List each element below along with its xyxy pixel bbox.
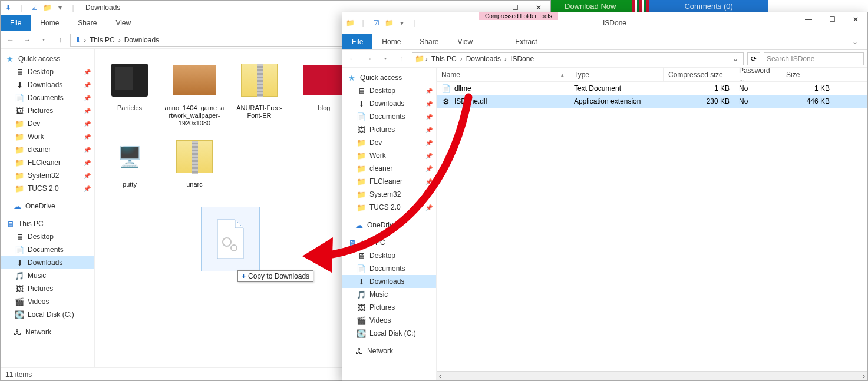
comments-banner[interactable]: Comments (0)	[649, 0, 768, 12]
nav-recent-icon[interactable]: ▾	[379, 52, 392, 65]
breadcrumb[interactable]: 📁 › This PC › Downloads › ISDone ⌄	[412, 52, 744, 65]
file-item[interactable]: anno_1404_game_artwork_wallpaper-1920x10…	[162, 57, 227, 129]
crumb-isdone[interactable]: ISDone	[508, 55, 536, 63]
tab-share[interactable]: Share	[68, 15, 106, 31]
column-headers[interactable]: Name▴ Type Compressed size Password ... …	[437, 68, 867, 82]
nav-up-icon[interactable]: ↑	[54, 34, 67, 47]
this-pc-header[interactable]: 🖥This PC	[1, 217, 94, 230]
chevron-right-icon[interactable]: ›	[117, 36, 122, 44]
tab-extract[interactable]: Extract	[506, 34, 546, 49]
crumb-this-pc[interactable]: This PC	[429, 55, 459, 63]
col-compressed-size[interactable]: Compressed size	[664, 68, 734, 81]
tab-share[interactable]: Share	[410, 34, 448, 49]
sidebar-item-flcleaner[interactable]: 📁FLCleaner📌	[1, 156, 94, 169]
sidebar-item-downloads[interactable]: ⬇Downloads	[342, 275, 436, 288]
addr-dropdown-icon[interactable]: ⌄	[730, 55, 741, 63]
nav-back-icon[interactable]: ←	[346, 52, 359, 65]
titlebar[interactable]: 📁 | ☑ 📁 ▾ | Compressed Folder Tools ISDo…	[342, 12, 867, 34]
sidebar-item-pictures[interactable]: 🖼Pictures📌	[1, 104, 94, 117]
sidebar-item-documents[interactable]: 📄Documents📌	[342, 110, 436, 123]
onedrive-header[interactable]: ☁OneDrive	[342, 218, 436, 231]
qat-dropdown-icon[interactable]: ▾	[55, 2, 65, 13]
quick-access-header[interactable]: ★Quick access	[342, 71, 436, 84]
sidebar-item-pictures[interactable]: 🖼Pictures	[342, 301, 436, 314]
refresh-button[interactable]: ⟳	[747, 52, 760, 65]
sidebar-item-cleaner[interactable]: 📁cleaner📌	[1, 143, 94, 156]
sidebar-item-desktop[interactable]: 🖥Desktop	[342, 249, 436, 262]
file-item[interactable]: unarc	[162, 134, 227, 190]
col-password[interactable]: Password ...	[734, 68, 781, 81]
col-name[interactable]: Name▴	[437, 68, 569, 81]
sidebar-item-tucs-2-0[interactable]: 📁TUCS 2.0📌	[342, 201, 436, 214]
table-row[interactable]: 📄dllmeText Document1 KBNo1 KB	[437, 82, 867, 95]
sidebar-item-documents[interactable]: 📄Documents📌	[1, 91, 94, 104]
qat-dropdown-icon[interactable]: ▾	[397, 18, 407, 28]
folder-icon[interactable]: 📁	[42, 2, 52, 13]
sidebar-item-pictures[interactable]: 🖼Pictures	[1, 282, 94, 295]
tab-view[interactable]: View	[448, 34, 482, 49]
sidebar-item-desktop[interactable]: 🖥Desktop📌	[342, 84, 436, 97]
sidebar-item-pictures[interactable]: 🖼Pictures📌	[342, 123, 436, 136]
sidebar-item-desktop[interactable]: 🖥Desktop	[1, 230, 94, 243]
tab-file[interactable]: File	[342, 34, 372, 49]
arrow-down-icon[interactable]: ⬇	[3, 2, 14, 13]
onedrive-header[interactable]: ☁OneDrive	[1, 200, 94, 213]
crumb-downloads[interactable]: Downloads	[122, 36, 161, 44]
sidebar-item-videos[interactable]: 🎬Videos	[342, 314, 436, 327]
file-list[interactable]: Name▴ Type Compressed size Password ... …	[437, 68, 867, 380]
file-item[interactable]: 🖥️putty	[97, 134, 162, 190]
zip-folder-icon[interactable]: 📁	[345, 18, 355, 28]
download-now-banner[interactable]: Download Now	[548, 0, 632, 12]
checkbox-icon[interactable]: ☑	[371, 18, 381, 28]
hscroll-right-icon[interactable]: ›	[860, 372, 867, 380]
sidebar-item-documents[interactable]: 📄Documents	[1, 243, 94, 256]
col-type[interactable]: Type	[569, 68, 664, 81]
sidebar-item-system32[interactable]: 📁System32📌	[1, 169, 94, 182]
crumb-this-pc[interactable]: This PC	[87, 36, 117, 44]
this-pc-header[interactable]: 🖥This PC	[342, 236, 436, 249]
sidebar-item-music[interactable]: 🎵Music	[1, 269, 94, 282]
quick-access-header[interactable]: ★Quick access	[1, 52, 94, 65]
sidebar-item-local-disk-c-[interactable]: 💽Local Disk (C:)	[1, 308, 94, 321]
sidebar-item-music[interactable]: 🎵Music	[342, 288, 436, 301]
hscroll-left-icon[interactable]: ‹	[437, 372, 444, 380]
sidebar-item-system32[interactable]: 📁System32📌	[342, 188, 436, 201]
tab-home[interactable]: Home	[372, 34, 410, 49]
network-header[interactable]: 🖧Network	[342, 344, 436, 357]
nav-up-icon[interactable]: ↑	[395, 52, 408, 65]
nav-back-icon[interactable]: ←	[4, 34, 17, 47]
sidebar-item-downloads[interactable]: ⬇Downloads📌	[1, 78, 94, 91]
ribbon-expand-icon[interactable]: ⌄	[843, 34, 867, 49]
sidebar-item-downloads[interactable]: ⬇Downloads	[1, 256, 94, 269]
sidebar-item-documents[interactable]: 📄Documents	[342, 262, 436, 275]
maximize-button[interactable]: ☐	[820, 12, 844, 26]
sidebar-item-work[interactable]: 📁Work📌	[1, 130, 94, 143]
file-item[interactable]: ANURATI-Free-Font-ER	[227, 57, 292, 129]
sidebar-item-tucs-2-0[interactable]: 📁TUCS 2.0📌	[1, 182, 94, 195]
tab-view[interactable]: View	[106, 15, 140, 31]
sidebar-item-downloads[interactable]: ⬇Downloads📌	[342, 97, 436, 110]
table-row[interactable]: ⚙ISDone.dllApplication extension230 KBNo…	[437, 95, 867, 108]
sidebar-item-cleaner[interactable]: 📁cleaner📌	[342, 162, 436, 175]
file-item[interactable]: Particles	[97, 57, 162, 129]
sidebar-item-dev[interactable]: 📁Dev📌	[1, 117, 94, 130]
sidebar-item-work[interactable]: 📁Work📌	[342, 149, 436, 162]
sidebar-item-dev[interactable]: 📁Dev📌	[342, 136, 436, 149]
crumb-downloads[interactable]: Downloads	[464, 55, 503, 63]
nav-recent-icon[interactable]: ▾	[37, 34, 50, 47]
nav-forward-icon[interactable]: →	[362, 52, 375, 65]
folder-icon[interactable]: 📁	[384, 18, 394, 28]
sidebar-item-local-disk-c-[interactable]: 💽Local Disk (C:)	[342, 327, 436, 340]
network-header[interactable]: 🖧Network	[1, 326, 94, 339]
tab-file[interactable]: File	[1, 15, 31, 31]
checkbox-icon[interactable]: ☑	[29, 2, 39, 13]
sidebar-item-videos[interactable]: 🎬Videos	[1, 295, 94, 308]
col-size[interactable]: Size	[781, 68, 834, 81]
sidebar-item-desktop[interactable]: 🖥Desktop📌	[1, 65, 94, 78]
minimize-button[interactable]: —	[797, 12, 820, 26]
chevron-right-icon[interactable]: ›	[82, 36, 87, 44]
tab-home[interactable]: Home	[31, 15, 68, 31]
close-button[interactable]: ✕	[844, 12, 867, 26]
sidebar-item-flcleaner[interactable]: 📁FLCleaner📌	[342, 175, 436, 188]
search-input[interactable]: Search ISDone	[764, 52, 864, 65]
